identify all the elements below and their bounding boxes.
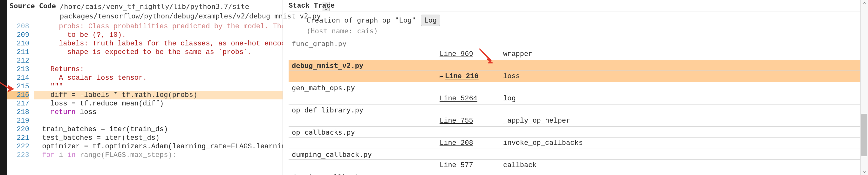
jump-to-line-icon: ⇤ [440,73,443,80]
line-number[interactable]: 220 [7,125,29,134]
line-number[interactable]: 208 [7,22,29,31]
stack-frames-list: func_graph.py Line 969wrapperdebug_mnist… [288,39,868,175]
scrollbar-track[interactable] [861,6,868,169]
stack-frame-function: log [503,95,516,103]
stack-frame-file[interactable]: dumping_callback.py [288,149,868,160]
code-line[interactable]: optimizer = tf.optimizers.Adam(learning_… [34,142,283,151]
stack-frame-line[interactable]: Line 5264log [288,93,868,104]
code-line[interactable]: Returns: [34,65,283,74]
line-number[interactable]: 217 [7,99,29,108]
line-number[interactable]: 216 [7,91,29,99]
line-number[interactable]: 213 [7,65,29,74]
code-area: 2082092102112122132142152162172182192202… [7,22,283,175]
stack-frame-function: callback [503,161,537,169]
line-number[interactable]: 221 [7,134,29,142]
creation-op-text: Creation of graph op "Log" [306,16,416,24]
code-line[interactable]: labels: Truth labels for the classes, as… [34,39,283,48]
stack-frame-file[interactable]: op_def_library.py [288,104,868,115]
stack-trace-title: Stack Trace [288,2,339,10]
code-content[interactable]: probs: Class probabilities predicted by … [32,22,283,175]
line-number[interactable]: 210 [7,39,29,48]
stack-frame-line[interactable]: Line 969wrapper [288,48,868,60]
code-line[interactable]: to be (?, 10). [34,31,283,39]
scrollbar-up[interactable] [861,0,868,6]
scrollbar-thumb[interactable] [861,114,867,156]
line-number[interactable]: 211 [7,48,29,57]
code-line[interactable] [34,57,283,65]
code-line[interactable]: shape is expected to be the same as `pro… [34,48,283,57]
line-number[interactable]: 212 [7,57,29,65]
code-line[interactable]: loss = tf.reduce_mean(diff) [34,99,283,108]
annotation-arrow-stack [478,48,496,65]
source-code-path: /home/cais/venv_tf_nightly/lib/python3.7… [60,2,321,21]
stack-frame-file[interactable]: dumping_callback.py [288,171,868,175]
stack-frame-line-link[interactable]: ⇤Line 216 [440,72,503,80]
line-number[interactable]: 209 [7,31,29,39]
stack-frame-function: invoke_op_callbacks [503,139,583,147]
code-line[interactable] [34,116,283,125]
stack-frame-function: _apply_op_helper [503,117,570,125]
stack-frame-file[interactable]: debug_mnist_v2.py [288,60,868,71]
scrollbar-down[interactable] [861,169,868,175]
code-line[interactable]: diff = -labels * tf.math.log(probs) [34,91,283,99]
code-line[interactable]: A scalar loss tensor. [34,74,283,82]
stack-frame-line[interactable]: Line 755_apply_op_helper [288,115,868,127]
stack-frame-file[interactable]: gen_math_ops.py [288,82,868,93]
host-name-text: (Host name: cais) [306,26,859,36]
stack-frame-function: wrapper [503,50,532,58]
stack-frame-function: loss [503,72,520,80]
stack-frame-line-link[interactable]: Line 577 [440,161,503,169]
code-line[interactable]: test_batches = iter(test_ds) [34,134,283,142]
source-code-header: Source Code /home/cais/venv_tf_nightly/l… [7,0,283,22]
line-number[interactable]: 223 [7,151,29,160]
code-line[interactable]: return loss [34,108,283,116]
annotation-arrow-source [0,79,14,92]
stack-frame-file[interactable]: op_callbacks.py [288,127,868,138]
stack-scrollbar [860,0,868,175]
stack-trace-info: Creation of graph op "Log" Log (Host nam… [288,11,868,39]
line-number[interactable]: 219 [7,116,29,125]
stack-trace-header: Stack Trace [288,0,868,11]
stack-frame-line-link[interactable]: Line 755 [440,117,503,125]
source-code-title: Source Code [9,2,60,10]
stack-frame-line[interactable]: Line 208invoke_op_callbacks [288,138,868,149]
line-number[interactable]: 218 [7,108,29,116]
stack-frame-line-link[interactable]: Line 208 [440,139,503,147]
stack-frame-line[interactable]: ⇤Line 216loss [288,71,868,82]
code-line[interactable]: """ [34,82,283,91]
stack-frame-file: func_graph.py [288,39,868,48]
stack-frame-line-link[interactable]: Line 5264 [440,95,503,103]
stack-frame-line[interactable]: Line 577callback [288,160,868,171]
code-line[interactable]: probs: Class probabilities predicted by … [34,22,283,31]
code-line[interactable]: train_batches = iter(train_ds) [34,125,283,134]
op-name-badge[interactable]: Log [421,14,440,26]
code-line[interactable]: for i in range(FLAGS.max_steps): [34,151,283,160]
line-number-gutter: 2082092102112122132142152162172182192202… [7,22,32,175]
line-number[interactable]: 222 [7,142,29,151]
